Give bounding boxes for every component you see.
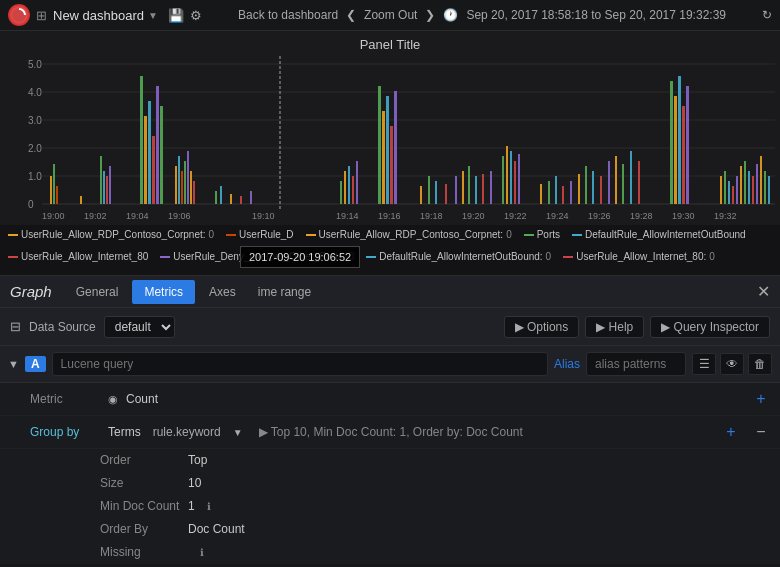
svg-rect-33	[103, 171, 105, 204]
sub-row-min-doc-count: Min Doc Count 1 ℹ	[0, 495, 780, 518]
alias-label[interactable]: Alias	[554, 357, 580, 371]
svg-rect-91	[630, 151, 632, 204]
tab-general[interactable]: General	[64, 280, 131, 304]
legend-item: UserRule_Allow_RDP_Contoso_Corpnet: 0	[306, 229, 512, 240]
min-doc-count-info-icon[interactable]: ℹ	[207, 501, 211, 512]
svg-rect-95	[678, 76, 681, 204]
save-icon[interactable]: 💾	[168, 8, 184, 23]
groupby-dropdown-arrow[interactable]: ▼	[233, 427, 243, 438]
order-value: Top	[188, 453, 207, 467]
svg-rect-92	[638, 161, 640, 204]
legend-item: UserRule_Allow_Internet_80	[8, 251, 148, 262]
tab-metrics[interactable]: Metrics	[132, 280, 195, 304]
date-range[interactable]: Sep 20, 2017 18:58:18 to Sep 20, 2017 19…	[466, 8, 726, 22]
chart-container: Panel Title 5.0 4.0 3.0 2.0 1.0 0 19:00 …	[0, 31, 780, 276]
svg-text:19:10: 19:10	[252, 211, 275, 221]
settings-icon[interactable]: ⚙	[190, 8, 202, 23]
alias-input[interactable]	[586, 352, 686, 376]
nav-icons: 💾 ⚙	[168, 8, 202, 23]
legend-item: DefaultRule_AllowInternetOutBound: 0	[366, 251, 551, 262]
svg-rect-32	[100, 156, 102, 204]
svg-rect-57	[352, 176, 354, 204]
time-range-label[interactable]: ime range	[258, 285, 311, 299]
svg-rect-82	[562, 186, 564, 204]
svg-rect-52	[240, 196, 242, 204]
chart-title: Panel Title	[0, 31, 780, 52]
legend-item: UserRule_D	[226, 229, 293, 240]
query-input[interactable]	[52, 352, 548, 376]
svg-rect-97	[686, 86, 689, 204]
metric-add-button[interactable]: +	[750, 388, 772, 410]
svg-rect-106	[752, 176, 754, 204]
svg-rect-67	[445, 184, 447, 204]
svg-text:2.0: 2.0	[28, 143, 42, 154]
tab-axes[interactable]: Axes	[197, 280, 248, 304]
svg-rect-44	[181, 171, 183, 204]
legend-item: Ports	[524, 229, 560, 240]
svg-rect-81	[555, 176, 557, 204]
size-value: 10	[188, 476, 201, 490]
svg-rect-98	[720, 176, 722, 204]
help-button[interactable]: ▶ Help	[585, 316, 644, 338]
dashboard-name[interactable]: New dashboard ▼	[53, 8, 158, 23]
svg-rect-35	[109, 166, 111, 204]
svg-rect-65	[428, 176, 430, 204]
missing-info-icon[interactable]: ℹ	[200, 547, 204, 558]
svg-rect-51	[230, 194, 232, 204]
svg-rect-47	[190, 171, 192, 204]
metric-eye-icon[interactable]: ◉	[108, 393, 118, 406]
sub-row-size: Size 10	[0, 472, 780, 495]
groupby-remove-button[interactable]: −	[750, 421, 772, 443]
svg-rect-69	[462, 171, 464, 204]
svg-rect-107	[756, 164, 758, 204]
svg-rect-105	[748, 171, 750, 204]
zoom-out-button[interactable]: Zoom Out	[364, 8, 417, 22]
dashboard-dropdown-arrow[interactable]: ▼	[148, 10, 158, 21]
svg-text:19:16: 19:16	[378, 211, 401, 221]
panel-close-button[interactable]: ✕	[757, 282, 770, 301]
back-to-dashboard-link[interactable]: Back to dashboard	[238, 8, 338, 22]
svg-rect-79	[540, 184, 542, 204]
svg-text:19:22: 19:22	[504, 211, 527, 221]
groupby-add-button[interactable]: +	[720, 421, 742, 443]
query-inspector-button[interactable]: ▶ Query Inspector	[650, 316, 770, 338]
datasource-label: Data Source	[29, 320, 96, 334]
svg-text:19:18: 19:18	[420, 211, 443, 221]
svg-rect-58	[356, 161, 358, 204]
query-actions: ☰ 👁 🗑	[692, 353, 772, 375]
svg-rect-59	[378, 86, 381, 204]
query-collapse-arrow[interactable]: ▼	[8, 358, 19, 370]
svg-text:1.0: 1.0	[28, 171, 42, 182]
svg-rect-84	[578, 174, 580, 204]
order-by-key: Order By	[100, 522, 180, 536]
order-by-value: Doc Count	[188, 522, 245, 536]
svg-rect-38	[148, 101, 151, 204]
svg-rect-99	[724, 171, 726, 204]
zoom-prev-arrow[interactable]: ❮	[346, 8, 356, 22]
svg-rect-54	[340, 181, 342, 204]
top-nav: ⊞ New dashboard ▼ 💾 ⚙ Back to dashboard …	[0, 0, 780, 31]
svg-rect-89	[615, 156, 617, 204]
svg-text:4.0: 4.0	[28, 87, 42, 98]
groupby-key-label: Group by	[30, 425, 100, 439]
svg-rect-73	[490, 171, 492, 204]
svg-rect-41	[160, 106, 163, 204]
zoom-next-arrow[interactable]: ❯	[425, 8, 435, 22]
refresh-button[interactable]: ↻	[762, 8, 772, 22]
options-button[interactable]: ▶ Options	[504, 316, 580, 338]
query-eye-button[interactable]: 👁	[720, 353, 744, 375]
svg-text:19:28: 19:28	[630, 211, 653, 221]
svg-rect-63	[394, 91, 397, 204]
svg-rect-77	[514, 161, 516, 204]
sub-row-missing: Missing ℹ	[0, 541, 780, 564]
datasource-select[interactable]: default	[104, 316, 175, 338]
svg-text:19:30: 19:30	[672, 211, 695, 221]
svg-rect-60	[382, 111, 385, 204]
svg-text:0: 0	[28, 199, 34, 210]
svg-text:19:20: 19:20	[462, 211, 485, 221]
metric-value: Count	[126, 392, 158, 406]
svg-rect-90	[622, 164, 624, 204]
query-list-button[interactable]: ☰	[692, 353, 716, 375]
svg-rect-31	[80, 196, 82, 204]
query-delete-button[interactable]: 🗑	[748, 353, 772, 375]
